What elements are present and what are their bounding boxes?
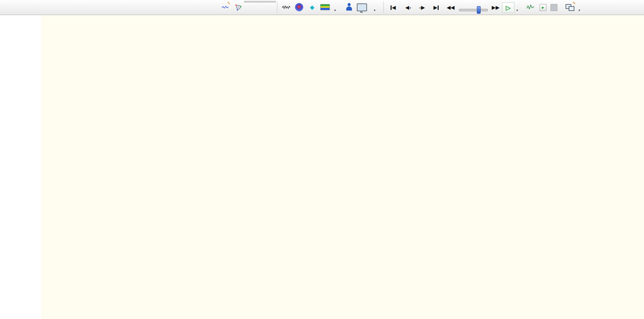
green-dot-icon (240, 6, 241, 7)
toolbar-separator (277, 1, 277, 13)
left-triangle-icon: ◀ (392, 3, 396, 12)
step-forward-button[interactable]: ●▶ (416, 3, 428, 12)
step-back-button[interactable]: ◀● (402, 3, 414, 12)
trace-mode-button[interactable] (281, 2, 291, 12)
pencil-icon: ✎ (573, 1, 576, 5)
monitor-icon (357, 3, 367, 11)
person-head-icon (348, 3, 351, 6)
play-button[interactable]: ▷ (502, 2, 514, 13)
dsa-view-button[interactable]: ◆ (307, 2, 317, 12)
bar-glyph-icon (438, 5, 439, 10)
trend-waveform-button[interactable] (525, 2, 536, 12)
wave-glyph-icon (222, 5, 229, 9)
start-review-button[interactable]: ▶ (540, 4, 546, 11)
right-triangle-icon: ▶ (434, 3, 438, 12)
datetime-display (244, 1, 276, 2)
toolbar: ✎ ⚙ ◆ ▾ ▾ ◀ (0, 0, 644, 15)
remote-monitor-button[interactable]: ✎ (566, 3, 574, 11)
time-display (244, 1, 276, 2)
speed-slider-handle[interactable] (477, 6, 481, 14)
right-triangle-icon: ▶ (421, 3, 425, 12)
left-triangle-icon: ◀ (405, 3, 409, 12)
trace-viewport[interactable] (0, 15, 644, 319)
eeg-trace-canvas[interactable] (41, 15, 143, 66)
topography-map-button[interactable] (294, 2, 304, 12)
annotation-filter-button[interactable]: ✎ (220, 2, 230, 12)
red-dot-icon (235, 4, 237, 6)
rewind-button[interactable]: ◀◀ (444, 3, 457, 12)
settings-gear-button[interactable]: ⚙ (233, 2, 244, 12)
screen-icon (569, 6, 574, 11)
channel-label-column (0, 15, 41, 319)
slider-groove[interactable] (459, 9, 488, 11)
inactive-tool-button[interactable] (551, 4, 557, 11)
chevron-down-icon[interactable]: ▾ (579, 9, 580, 12)
diamond-icon: ◆ (310, 4, 314, 11)
jump-end-button[interactable]: ▶ (430, 3, 442, 12)
toolbar-separator (383, 1, 384, 13)
chevron-down-icon[interactable]: ▾ (334, 9, 336, 12)
speed-slider[interactable] (457, 1, 490, 14)
bar-glyph-icon (391, 5, 392, 10)
dot-glyph-icon: ● (410, 6, 411, 9)
video-monitor-button[interactable] (357, 2, 367, 12)
person-body-icon (346, 6, 352, 11)
fast-forward-button[interactable]: ▶▶ (489, 3, 502, 12)
person-icon (346, 3, 352, 11)
pencil-icon: ✎ (227, 1, 231, 6)
fast-forward-icon: ▶▶ (492, 3, 499, 12)
rewind-icon: ◀◀ (447, 3, 454, 12)
dot-glyph-icon: ● (419, 6, 421, 9)
green-waveform-icon (527, 4, 534, 10)
colorbar-icon (320, 4, 330, 10)
spectrogram-view-button[interactable] (320, 2, 330, 12)
play-icon: ▶ (542, 6, 544, 9)
eeg-squiggle-icon (282, 4, 290, 10)
blue-dot-icon (237, 9, 238, 11)
chevron-down-icon[interactable]: ▾ (516, 9, 518, 12)
patient-info-button[interactable] (344, 2, 354, 12)
chevron-down-icon[interactable]: ▾ (374, 9, 376, 12)
monitor-stand-icon (360, 12, 363, 13)
head-topography-icon (295, 3, 303, 11)
jump-start-button[interactable]: ◀ (387, 3, 399, 12)
